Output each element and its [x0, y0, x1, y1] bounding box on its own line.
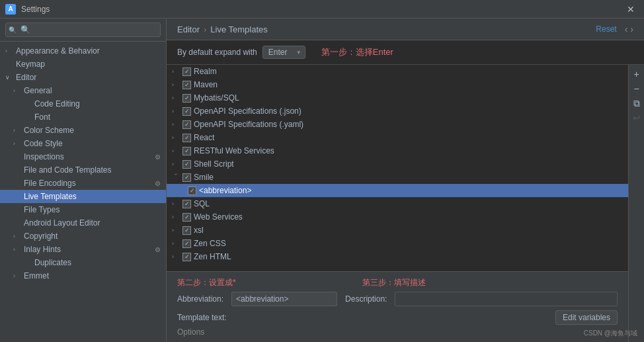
tpl-group-label: Zen HTML — [194, 252, 231, 261]
sidebar-item-live-templates[interactable]: › Live Templates — [0, 190, 166, 203]
title-bar: A Settings ✕ — [0, 0, 644, 19]
nav-forward-button[interactable]: › — [630, 24, 633, 34]
edit-variables-button[interactable]: Edit variables — [555, 310, 618, 325]
sidebar-item-code-style[interactable]: › Code Style — [0, 137, 166, 150]
tpl-group-react[interactable]: › React — [167, 131, 628, 144]
tpl-checkbox-maven[interactable] — [182, 81, 191, 89]
sidebar-label: File and Code Templates — [24, 165, 112, 175]
tpl-group-realm[interactable]: › Realm — [167, 65, 628, 78]
tpl-checkbox-zencss[interactable] — [182, 239, 191, 248]
tpl-checkbox-abbreviation[interactable] — [188, 187, 196, 195]
add-button[interactable]: + — [630, 67, 643, 81]
sidebar-item-file-encodings[interactable]: › File Encodings ⚙ — [0, 177, 166, 190]
sidebar-item-inlay-hints[interactable]: › Inlay Hints ⚙ — [0, 243, 166, 256]
tpl-item-label: <abbreviation> — [199, 186, 251, 195]
inlay-hints-badge: ⚙ — [155, 246, 161, 253]
sidebar-label: Keymap — [16, 60, 45, 69]
tpl-checkbox-react[interactable] — [182, 134, 191, 142]
search-wrapper — [5, 22, 161, 37]
arrow-icon: ∨ — [5, 74, 13, 81]
sidebar-item-appearance[interactable]: › Appearance & Behavior — [0, 44, 166, 58]
sidebar-item-copyright[interactable]: › Copyright — [0, 230, 166, 243]
tpl-group-zencss[interactable]: › Zen CSS — [167, 237, 628, 250]
center-panel: › Realm › Maven › — [167, 65, 628, 342]
main-content: › Appearance & Behavior › Keymap ∨ Edito… — [0, 19, 644, 342]
sidebar-item-general[interactable]: › General — [0, 84, 166, 97]
content-with-tools: › Realm › Maven › — [167, 65, 644, 342]
expand-arrow-icon: › — [172, 253, 180, 260]
options-row: Options — [177, 327, 618, 337]
tpl-group-label: RESTful Web Services — [194, 146, 274, 155]
sidebar-item-android-layout-editor[interactable]: › Android Layout Editor — [0, 216, 166, 230]
sidebar-item-file-types[interactable]: › File Types — [0, 203, 166, 216]
tpl-checkbox-zenhtml[interactable] — [182, 253, 191, 261]
expand-label: By default expand with — [177, 48, 257, 57]
tpl-checkbox-webservices[interactable] — [182, 213, 191, 222]
tpl-group-webservices[interactable]: › Web Services — [167, 210, 628, 224]
tpl-checkbox-mybatis[interactable] — [182, 94, 191, 103]
tpl-group-sql[interactable]: › SQL — [167, 197, 628, 210]
sidebar-item-editor[interactable]: ∨ Editor — [0, 71, 166, 84]
sidebar-label: Duplicates — [34, 258, 71, 267]
step3-annotation: 第三步：填写描述 — [362, 277, 426, 288]
tpl-group-smile[interactable]: › Smile — [167, 171, 628, 184]
tpl-group-shell[interactable]: › Shell Script — [167, 157, 628, 171]
tpl-group-restful[interactable]: › RESTful Web Services — [167, 144, 628, 157]
arrow-icon: › — [5, 48, 13, 54]
app-icon: A — [5, 4, 16, 15]
expand-dropdown-wrapper: Enter Tab Space — [262, 46, 305, 59]
arrow-icon: › — [13, 127, 21, 134]
remove-button[interactable]: − — [630, 82, 643, 95]
inspections-badge: ⚙ — [155, 153, 161, 161]
sidebar-item-keymap[interactable]: › Keymap — [0, 58, 166, 71]
abbreviation-input[interactable] — [231, 292, 337, 306]
sidebar-label: Appearance & Behavior — [16, 46, 100, 56]
sidebar-label: Font — [34, 112, 50, 122]
nav-back-button[interactable]: ‹ — [625, 24, 628, 34]
tpl-checkbox-sql[interactable] — [182, 200, 191, 208]
sidebar-item-font[interactable]: › Font — [0, 110, 166, 124]
tpl-checkbox-xsl[interactable] — [182, 226, 191, 235]
sidebar-label: Color Scheme — [24, 126, 74, 135]
sidebar-item-code-editing[interactable]: › Code Editing — [0, 97, 166, 110]
sidebar-item-emmet[interactable]: › Emmet — [0, 269, 166, 282]
tpl-checkbox-openapi-json[interactable] — [182, 107, 191, 116]
tpl-checkbox-smile[interactable] — [182, 173, 191, 182]
search-input[interactable] — [5, 22, 161, 37]
right-panel: Editor › Live Templates Reset ‹ › By def… — [167, 19, 644, 342]
breadcrumb: Editor › Live Templates — [177, 24, 268, 34]
sidebar-item-color-scheme[interactable]: › Color Scheme — [0, 124, 166, 137]
undo-button[interactable]: ↩ — [630, 111, 643, 124]
tpl-group-mybatis[interactable]: › Mybatis/SQL — [167, 91, 628, 105]
fields-row: Abbreviation: Description: — [177, 292, 618, 306]
tpl-group-zenhtml[interactable]: › Zen HTML — [167, 250, 628, 263]
tpl-checkbox-shell[interactable] — [182, 160, 191, 169]
close-button[interactable]: ✕ — [623, 3, 639, 16]
tpl-item-abbreviation[interactable]: <abbreviation> — [167, 184, 628, 197]
template-text-row: Template text: Edit variables — [177, 310, 618, 325]
sidebar: › Appearance & Behavior › Keymap ∨ Edito… — [0, 19, 167, 342]
tpl-group-label: SQL — [194, 199, 210, 208]
description-input[interactable] — [395, 292, 618, 306]
abbreviation-label: Abbreviation: — [177, 294, 223, 304]
copy-button[interactable]: ⧉ — [630, 97, 643, 110]
window-title: Settings — [21, 5, 623, 14]
tpl-checkbox-openapi-yaml[interactable] — [182, 120, 191, 129]
tpl-group-openapi-json[interactable]: › OpenAPI Specifications (.json) — [167, 105, 628, 118]
tpl-group-label: OpenAPI Specifications (.yaml) — [194, 120, 303, 129]
expand-arrow-icon: › — [172, 214, 180, 220]
tpl-group-maven[interactable]: › Maven — [167, 78, 628, 91]
tpl-group-label: xsl — [194, 226, 204, 235]
sidebar-item-duplicates[interactable]: › Duplicates — [0, 256, 166, 269]
sidebar-item-inspections[interactable]: › Inspections ⚙ — [0, 150, 166, 163]
tpl-checkbox-restful[interactable] — [182, 147, 191, 155]
tpl-group-xsl[interactable]: › xsl — [167, 224, 628, 237]
tpl-group-label: React — [194, 133, 214, 142]
expand-dropdown[interactable]: Enter Tab Space — [262, 46, 305, 59]
tpl-checkbox-realm[interactable] — [182, 67, 191, 76]
expand-arrow-icon: › — [172, 240, 180, 247]
list-tools: + − ⧉ ↩ — [628, 65, 644, 342]
sidebar-item-file-code-templates[interactable]: › File and Code Templates — [0, 163, 166, 177]
tpl-group-openapi-yaml[interactable]: › OpenAPI Specifications (.yaml) — [167, 118, 628, 131]
reset-button[interactable]: Reset — [596, 24, 616, 34]
